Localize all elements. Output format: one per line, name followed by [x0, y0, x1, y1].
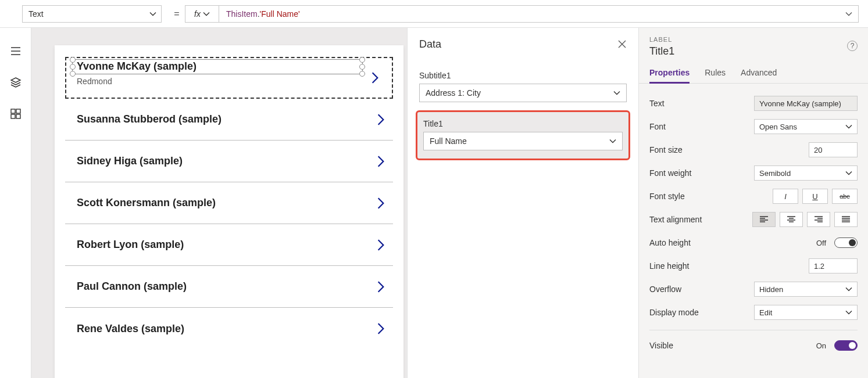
tab-advanced[interactable]: Advanced	[741, 68, 777, 83]
list-item[interactable]: Paul Cannon (sample)	[65, 266, 393, 308]
data-panel-title: Data	[419, 38, 441, 51]
field-label-title1: Title1	[423, 119, 623, 128]
close-icon[interactable]	[617, 39, 627, 49]
autoheight-toggle[interactable]	[834, 237, 858, 248]
autoheight-state: Off	[816, 239, 826, 247]
highlighted-field: Title1 Full Name	[416, 110, 630, 160]
chevron-down-icon	[845, 286, 852, 293]
align-left-button[interactable]	[752, 212, 776, 227]
layers-icon[interactable]	[10, 77, 22, 88]
prop-fontsize-input[interactable]: 20	[809, 142, 858, 157]
main-area: Yvonne McKay (sample) Redmond Susanna St…	[0, 28, 868, 378]
field-label-subtitle1: Subtitle1	[419, 71, 627, 80]
prop-label-fontsize: Font size	[649, 145, 683, 154]
align-right-button[interactable]	[807, 212, 830, 227]
formula-token: ThisItem	[226, 9, 258, 19]
tab-properties[interactable]: Properties	[649, 68, 690, 84]
list-item-title: Rene Valdes (sample)	[77, 323, 373, 335]
control-kind: LABEL	[649, 36, 858, 43]
chevron-right-icon[interactable]	[367, 70, 383, 85]
list-item[interactable]: Scott Konersmann (sample)	[65, 182, 393, 224]
list-item-subtitle: Redmond	[77, 77, 112, 86]
control-name: Title1	[649, 45, 858, 57]
tab-rules[interactable]: Rules	[705, 68, 726, 83]
chevron-down-icon	[845, 309, 852, 316]
align-justify-button[interactable]	[834, 212, 858, 227]
grid-icon[interactable]	[10, 108, 22, 120]
list-item-title: Yvonne McKay (sample)	[77, 60, 197, 73]
align-center-button[interactable]	[780, 212, 803, 227]
canvas-area: Yvonne McKay (sample) Redmond Susanna St…	[31, 28, 638, 378]
prop-label-fontstyle: Font style	[649, 192, 685, 201]
subtitle1-field-select[interactable]: Address 1: City	[419, 84, 627, 102]
hamburger-icon[interactable]	[10, 45, 22, 57]
chevron-down-icon	[845, 10, 852, 17]
list-item[interactable]: Susanna Stubberod (sample)	[65, 99, 393, 141]
chevron-down-icon	[149, 10, 156, 17]
property-selector[interactable]: Text	[22, 5, 162, 23]
visible-state: On	[816, 341, 826, 350]
data-panel: Data Subtitle1 Address 1: City Title1 Fu…	[407, 28, 638, 378]
prop-label-lineheight: Line height	[649, 261, 690, 271]
formula-input[interactable]: ThisItem.'Full Name'	[219, 5, 859, 23]
chevron-down-icon	[845, 170, 852, 177]
chevron-down-icon	[203, 10, 210, 17]
screen-preview[interactable]: Yvonne McKay (sample) Redmond Susanna St…	[55, 45, 403, 378]
chevron-right-icon[interactable]	[373, 279, 388, 294]
property-selector-value: Text	[28, 9, 44, 19]
chevron-down-icon	[845, 123, 852, 130]
list-item-title: Paul Cannon (sample)	[77, 280, 373, 293]
prop-label-text: Text	[649, 99, 665, 108]
list-item-title: Sidney Higa (sample)	[77, 155, 373, 167]
list-item-title: Scott Konersmann (sample)	[77, 197, 373, 209]
prop-label-displaymode: Display mode	[649, 308, 699, 317]
help-icon[interactable]: ?	[847, 41, 858, 51]
visible-toggle[interactable]	[834, 340, 858, 351]
field-select-value: Full Name	[430, 136, 467, 146]
title1-field-select[interactable]: Full Name	[423, 132, 623, 150]
field-select-value: Address 1: City	[426, 88, 481, 98]
left-rail	[0, 28, 31, 378]
list-item[interactable]: Robert Lyon (sample)	[65, 224, 393, 266]
properties-pane: LABEL Title1 ? Properties Rules Advanced…	[638, 28, 868, 378]
chevron-down-icon	[609, 138, 616, 145]
formula-bar: Text = fx ThisItem.'Full Name'	[0, 0, 868, 28]
prop-label-textalign: Text alignment	[649, 215, 702, 224]
formula-token: 'Full Name'	[260, 9, 300, 19]
prop-displaymode-select[interactable]: Edit	[754, 305, 858, 320]
chevron-right-icon[interactable]	[373, 112, 388, 127]
list-item-title: Robert Lyon (sample)	[77, 239, 373, 251]
prop-label-overflow: Overflow	[649, 285, 681, 294]
fx-label: fx	[194, 9, 201, 19]
prop-fontweight-select[interactable]: Semibold	[754, 165, 858, 181]
prop-overflow-select[interactable]: Hidden	[754, 282, 858, 297]
prop-text-value[interactable]: Yvonne McKay (sample)	[754, 96, 858, 111]
list-item-title: Susanna Stubberod (sample)	[77, 113, 373, 125]
prop-label-visible: Visible	[649, 341, 673, 350]
fontstyle-italic-button[interactable]: I	[773, 189, 798, 204]
prop-label-font: Font	[649, 122, 666, 131]
chevron-down-icon	[613, 89, 620, 96]
chevron-right-icon[interactable]	[373, 321, 388, 336]
fontstyle-strike-button[interactable]: abc	[832, 189, 858, 204]
list-item-selected[interactable]: Yvonne McKay (sample) Redmond	[65, 57, 393, 99]
fx-button[interactable]: fx	[185, 5, 219, 23]
prop-lineheight-input[interactable]: 1.2	[809, 258, 858, 273]
prop-label-autoheight: Auto height	[649, 238, 691, 247]
chevron-right-icon[interactable]	[373, 196, 388, 211]
chevron-right-icon[interactable]	[373, 154, 388, 169]
prop-label-fontweight: Font weight	[649, 168, 691, 178]
chevron-right-icon[interactable]	[373, 237, 388, 253]
fontstyle-underline-button[interactable]: U	[802, 189, 828, 204]
list-item[interactable]: Rene Valdes (sample)	[65, 308, 393, 350]
list-item[interactable]: Sidney Higa (sample)	[65, 141, 393, 182]
prop-font-select[interactable]: Open Sans	[754, 119, 858, 134]
equals-label: =	[172, 9, 181, 19]
